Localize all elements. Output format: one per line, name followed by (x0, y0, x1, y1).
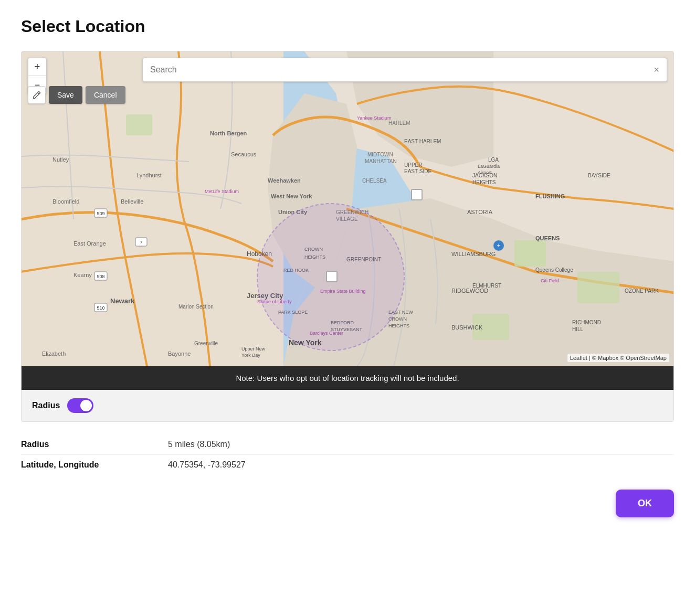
latlng-key: Latitude, Longitude (21, 460, 168, 470)
ok-button[interactable]: OK (616, 490, 674, 517)
radius-key: Radius (21, 440, 168, 449)
svg-text:EAST HARLEM: EAST HARLEM (404, 139, 441, 144)
page-title: Select Location (21, 17, 674, 36)
svg-text:QUEENS: QUEENS (535, 235, 560, 241)
cancel-button[interactable]: Cancel (86, 86, 125, 104)
svg-text:EAST SIDE: EAST SIDE (404, 168, 431, 174)
svg-text:Greenville: Greenville (194, 341, 218, 346)
svg-text:Weehawken: Weehawken (268, 177, 301, 184)
svg-text:509: 509 (97, 211, 104, 216)
search-clear-button[interactable]: × (651, 65, 661, 75)
svg-text:Marion Section: Marion Section (178, 304, 214, 310)
svg-text:FLUSHING: FLUSHING (535, 193, 565, 199)
svg-text:Nutley: Nutley (52, 156, 69, 163)
map-marker-1 (411, 189, 423, 200)
svg-text:HARLEM: HARLEM (388, 120, 410, 126)
svg-text:East Orange: East Orange (73, 240, 106, 247)
svg-text:CHELSEA: CHELSEA (362, 178, 387, 184)
search-box: × (142, 58, 667, 82)
save-button[interactable]: Save (49, 86, 82, 104)
ok-button-wrapper: OK (21, 483, 674, 522)
svg-text:MIDTOWN: MIDTOWN (367, 152, 393, 157)
edit-icon (32, 90, 41, 100)
svg-text:LaGuardia: LaGuardia (478, 164, 500, 169)
edit-icon-button[interactable] (28, 86, 46, 104)
svg-text:508: 508 (97, 274, 104, 279)
svg-text:Queens College: Queens College (535, 267, 573, 273)
zoom-in-button[interactable]: + (28, 58, 46, 76)
svg-text:+: + (497, 242, 500, 249)
svg-text:HEIGHTS: HEIGHTS (388, 323, 409, 328)
latlng-info-row: Latitude, Longitude 40.75354, -73.99527 (21, 455, 674, 475)
svg-text:Yankee Stadium: Yankee Stadium (357, 115, 391, 121)
note-bar: Note: Users who opt out of location trac… (22, 366, 673, 390)
svg-text:Citi Field: Citi Field (541, 278, 559, 283)
radius-toggle-label: Radius (32, 401, 60, 410)
map-area[interactable]: Newark Jersey City Hoboken New York GREE… (22, 51, 673, 366)
svg-rect-10 (126, 114, 152, 135)
svg-text:7: 7 (140, 240, 142, 245)
svg-text:Newark: Newark (110, 297, 135, 305)
svg-text:West New York: West New York (271, 193, 312, 199)
svg-text:MANHATTAN: MANHATTAN (365, 158, 397, 164)
map-container: Newark Jersey City Hoboken New York GREE… (21, 51, 674, 422)
radius-info-row: Radius 5 miles (8.05km) (21, 434, 674, 455)
svg-text:Bayonne: Bayonne (168, 351, 191, 357)
svg-text:Belleville: Belleville (121, 198, 143, 205)
svg-text:Upper New: Upper New (241, 346, 266, 352)
search-input-wrapper: × (142, 58, 667, 82)
svg-text:HEIGHTS: HEIGHTS (472, 179, 496, 185)
svg-text:North Bergen: North Bergen (210, 130, 247, 136)
info-section: Radius 5 miles (8.05km) Latitude, Longit… (21, 422, 674, 483)
toggle-knob (80, 400, 92, 411)
svg-text:York Bay: York Bay (241, 353, 260, 358)
svg-text:Secaucus: Secaucus (231, 151, 257, 157)
radius-value: 5 miles (8.05km) (168, 440, 230, 449)
svg-text:510: 510 (97, 305, 104, 311)
map-marker-2 (326, 271, 338, 282)
svg-text:MetLife Stadium: MetLife Stadium (205, 189, 239, 194)
search-input[interactable] (143, 58, 667, 81)
svg-text:UPPER: UPPER (404, 162, 422, 168)
svg-rect-8 (577, 272, 619, 303)
svg-text:Elizabeth: Elizabeth (42, 351, 66, 357)
svg-text:ELMHURST: ELMHURST (472, 283, 501, 289)
svg-text:Bloomfield: Bloomfield (52, 198, 79, 205)
svg-text:Kearny: Kearny (73, 272, 92, 278)
svg-text:Airport: Airport (478, 170, 492, 175)
svg-text:BAYSIDE: BAYSIDE (588, 173, 610, 178)
map-edit-controls: Save Cancel (28, 86, 125, 104)
radius-row: Radius (22, 390, 673, 421)
svg-text:LGA: LGA (488, 157, 499, 163)
map-attribution: Leaflet | © Mapbox © OpenStreetMap (567, 354, 669, 362)
svg-text:OZONE PARK: OZONE PARK (625, 288, 659, 294)
radius-toggle[interactable] (67, 398, 93, 413)
svg-text:RICHMOND: RICHMOND (572, 320, 601, 325)
svg-text:HILL: HILL (572, 326, 584, 332)
svg-text:BUSHWICK: BUSHWICK (451, 324, 483, 331)
svg-text:Lyndhurst: Lyndhurst (136, 172, 162, 178)
svg-text:ASTORIA: ASTORIA (467, 209, 493, 215)
svg-text:WILLIAMSBURG: WILLIAMSBURG (451, 251, 496, 257)
latlng-value: 40.75354, -73.99527 (168, 460, 246, 470)
svg-rect-7 (514, 240, 546, 267)
toggle-track (67, 398, 93, 413)
